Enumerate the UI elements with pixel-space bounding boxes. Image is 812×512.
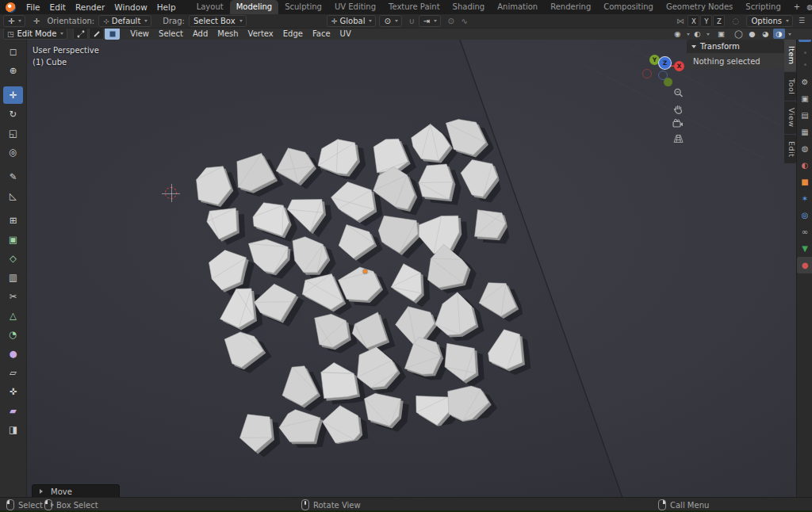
options-dropdown[interactable]: Options xyxy=(746,15,793,27)
viewport-menu-uv[interactable]: UV xyxy=(335,29,356,38)
shading-wireframe-button[interactable]: ◯ xyxy=(733,29,745,39)
tool-knife[interactable]: ✂ xyxy=(3,288,23,305)
pan-view-button[interactable] xyxy=(671,101,685,116)
outliner-filter-icon[interactable]: ☰ xyxy=(799,17,805,25)
face-select-button[interactable] xyxy=(105,28,120,40)
axis-x-neg-ball[interactable] xyxy=(642,69,652,78)
tool-poly-build[interactable]: △ xyxy=(3,307,23,324)
drag-dropdown[interactable]: Select Box xyxy=(189,15,247,27)
active-tool-dropdown[interactable]: ✛ xyxy=(3,15,25,27)
properties-tab-material[interactable]: ● xyxy=(797,257,812,273)
properties-tab-tool[interactable]: ⚙ xyxy=(797,74,812,90)
tool-move[interactable]: ✛ xyxy=(3,86,23,104)
show-overlays-button[interactable]: ◐ xyxy=(691,29,703,39)
tool-annotate[interactable]: ✎ xyxy=(3,168,23,185)
viewport-menu-edge[interactable]: Edge xyxy=(278,29,308,38)
tool-shear[interactable]: ▰ xyxy=(3,402,23,419)
viewport-menu-add[interactable]: Add xyxy=(188,29,213,38)
tool-smooth[interactable]: ● xyxy=(3,345,23,362)
mirror-y-button[interactable]: Y xyxy=(700,15,712,27)
tool-inset-faces[interactable]: ▣ xyxy=(3,231,23,248)
tool-cursor[interactable]: ⊕ xyxy=(3,62,23,79)
properties-tab-constraints[interactable]: ∞ xyxy=(797,224,812,240)
snap-with-dropdown[interactable]: ⇥ xyxy=(419,15,441,27)
vertex-select-button[interactable] xyxy=(73,28,88,40)
workspace-tab-scripting[interactable]: Scripting xyxy=(739,0,787,14)
menu-help[interactable]: Help xyxy=(152,2,181,12)
workspace-tab-geometry-nodes[interactable]: Geometry Nodes xyxy=(660,0,739,14)
camera-view-button[interactable] xyxy=(671,117,685,131)
workspace-tab-layout[interactable]: Layout xyxy=(190,0,230,14)
menu-window[interactable]: Window xyxy=(109,2,151,12)
navigation-gizmo[interactable]: Y Z X xyxy=(639,46,685,90)
properties-tab-modifiers[interactable]: ✶ xyxy=(797,190,812,207)
viewport-menu-view[interactable]: View xyxy=(125,29,154,38)
tool-bevel[interactable]: ◇ xyxy=(3,250,23,267)
shading-material-button[interactable]: ◕ xyxy=(760,29,772,39)
tool-extrude-region[interactable]: ⊞ xyxy=(3,212,23,229)
mirror-z-button[interactable]: Z xyxy=(713,15,725,27)
tool-shrink-fatten[interactable]: ✜ xyxy=(3,383,23,400)
menu-render[interactable]: Render xyxy=(71,2,109,12)
properties-tab-scene[interactable]: ◍ xyxy=(797,140,812,157)
workspace-add-button[interactable]: + xyxy=(787,0,806,14)
workspace-tab-animation[interactable]: Animation xyxy=(491,0,544,14)
tool-select-box[interactable]: ◻ xyxy=(3,43,23,60)
viewport-canvas[interactable]: User Perspective (1) Cube Y Z X xyxy=(27,40,796,498)
scene-selector[interactable]: ◍ Scene xyxy=(806,3,812,12)
sidebar-tab-view[interactable]: View xyxy=(784,101,796,134)
pivot-point-dropdown[interactable]: ⊙ xyxy=(379,15,401,27)
transform-panel-header[interactable]: Transform xyxy=(687,40,784,53)
tool-transform[interactable]: ◎ xyxy=(3,143,23,161)
properties-tab-render[interactable]: ▣ xyxy=(797,90,812,107)
snap-target-icon[interactable]: ◌ xyxy=(730,16,741,26)
chevron-down-icon[interactable] xyxy=(687,33,690,37)
viewport-menu-face[interactable]: Face xyxy=(308,29,335,38)
axis-y-neg-ball[interactable] xyxy=(664,78,672,86)
properties-tab-output[interactable]: ▤ xyxy=(797,107,812,124)
tool-edge-slide[interactable]: ▱ xyxy=(3,364,23,381)
workspace-tab-sculpting[interactable]: Sculpting xyxy=(278,0,328,14)
viewport-menu-select[interactable]: Select xyxy=(154,29,188,38)
mode-dropdown[interactable]: ◳ Edit Mode xyxy=(3,28,67,40)
tool-loop-cut[interactable]: ▥ xyxy=(3,269,23,286)
chevron-down-icon[interactable] xyxy=(707,33,710,37)
workspace-tab-texture-paint[interactable]: Texture Paint xyxy=(382,0,446,14)
properties-tab-world[interactable]: ◐ xyxy=(797,157,812,174)
menu-edit[interactable]: Edit xyxy=(45,2,71,12)
workspace-tab-compositing[interactable]: Compositing xyxy=(597,0,660,14)
workspace-tab-rendering[interactable]: Rendering xyxy=(544,0,597,14)
sidebar-tab-item[interactable]: Item xyxy=(784,40,796,71)
tool-measure[interactable]: ◺ xyxy=(3,187,23,204)
mirror-x-button[interactable]: X xyxy=(688,15,699,27)
transform-orientation-dropdown[interactable]: ✛ Global xyxy=(327,15,376,27)
properties-tab-object[interactable]: ■ xyxy=(797,174,812,190)
properties-tab-view-layer[interactable]: ▦ xyxy=(797,124,812,140)
edge-select-button[interactable] xyxy=(89,28,104,40)
snap-magnet-icon[interactable]: ∪ xyxy=(406,16,418,26)
gizmo-move-icon[interactable]: ✛ xyxy=(30,16,42,26)
axis-x-ball[interactable]: X xyxy=(674,61,684,71)
viewport-menu-vertex[interactable]: Vertex xyxy=(243,29,278,38)
chevron-down-icon[interactable] xyxy=(788,33,791,37)
shading-rendered-button[interactable]: ◑ xyxy=(773,29,785,39)
shading-solid-button[interactable]: ● xyxy=(746,29,758,39)
properties-tab-object-data[interactable]: ▼ xyxy=(797,240,812,257)
orientation-dropdown[interactable]: ⊹ Default xyxy=(98,15,151,27)
tool-rip-region[interactable]: ◨ xyxy=(3,421,23,438)
show-gizmos-button[interactable]: ◉ xyxy=(672,29,684,39)
workspace-tab-modeling[interactable]: Modeling xyxy=(230,0,279,14)
proportional-editing-icon[interactable]: ⊙ xyxy=(445,16,457,26)
axis-z-ball[interactable]: Z xyxy=(659,57,671,69)
perspective-toggle-button[interactable] xyxy=(671,132,685,146)
properties-tab-physics[interactable]: ◎ xyxy=(797,207,812,224)
tool-rotate[interactable]: ↻ xyxy=(3,105,23,123)
falloff-curve-icon[interactable]: ∿ xyxy=(458,16,470,26)
viewport-menu-mesh[interactable]: Mesh xyxy=(213,29,243,38)
tool-scale[interactable]: ◱ xyxy=(3,124,23,142)
workspace-tab-uv-editing[interactable]: UV Editing xyxy=(328,0,382,14)
sidebar-tab-edit[interactable]: Edit xyxy=(784,135,796,163)
sidebar-tab-tool[interactable]: Tool xyxy=(784,72,796,101)
tool-spin[interactable]: ◔ xyxy=(3,326,23,343)
menu-file[interactable]: File xyxy=(21,2,45,12)
